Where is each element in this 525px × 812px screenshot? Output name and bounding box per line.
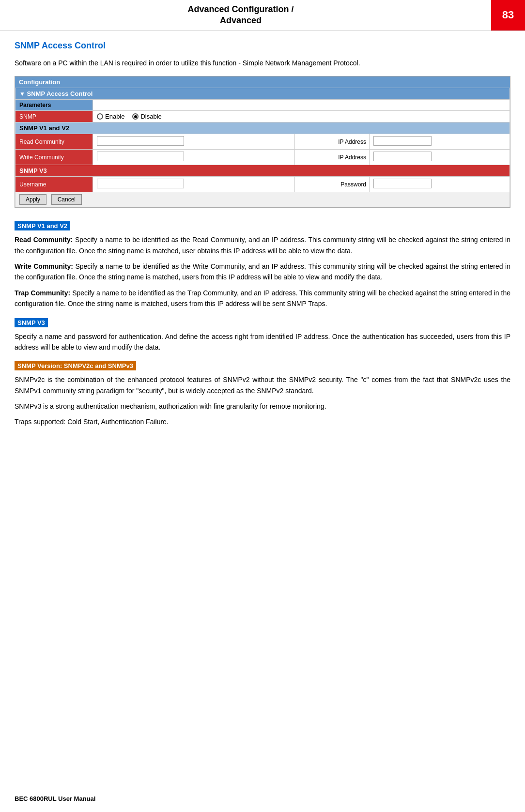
snmp-enable-radio[interactable] bbox=[97, 113, 103, 120]
snmp-disable-option[interactable]: Disable bbox=[132, 113, 161, 120]
snmp-enable-option[interactable]: Enable bbox=[97, 113, 124, 120]
header-title: Advanced Configuration / Advanced bbox=[0, 0, 491, 31]
snmpv3-subsection-row: SNMP V3 bbox=[15, 165, 510, 177]
cancel-button[interactable]: Cancel bbox=[51, 194, 82, 205]
snmp-section-row: ▼ SNMP Access Control bbox=[15, 88, 510, 100]
read-community-input[interactable] bbox=[97, 136, 184, 146]
snmpv3-label: SNMP V3 bbox=[15, 165, 510, 177]
write-community-desc: Write Community: Specify a name to be id… bbox=[15, 261, 510, 283]
write-community-label: Write Community bbox=[15, 150, 93, 165]
btn-row: Apply Cancel bbox=[15, 192, 510, 207]
version-heading: SNMP Version: SNMPV2c and SNMPv3 bbox=[15, 361, 136, 370]
config-box: Configuration ▼ SNMP Access Control Para… bbox=[15, 76, 510, 208]
read-community-label: Read Community bbox=[15, 134, 93, 150]
footer-text: BEC 6800RUL User Manual bbox=[15, 795, 95, 802]
snmp-enable-label: Enable bbox=[105, 113, 124, 120]
read-ip-label: IP Address bbox=[338, 138, 366, 145]
footer: BEC 6800RUL User Manual bbox=[15, 795, 95, 802]
read-ip-input[interactable] bbox=[373, 136, 432, 146]
config-box-header: Configuration bbox=[15, 77, 510, 88]
password-input[interactable] bbox=[373, 179, 432, 188]
snmp-disable-radio[interactable] bbox=[132, 113, 139, 120]
config-table: ▼ SNMP Access Control Parameters SNMP En… bbox=[15, 88, 510, 207]
v1v2-heading: SNMP V1 and V2 bbox=[15, 221, 70, 230]
snmpv3-p1: SNMPv3 is a strong authentication mechan… bbox=[15, 401, 510, 412]
snmp-section-label: ▼ SNMP Access Control bbox=[15, 88, 510, 100]
read-community-term: Read Community: bbox=[15, 236, 73, 244]
write-community-row: Write Community IP Address bbox=[15, 150, 510, 165]
v3-heading: SNMP V3 bbox=[15, 318, 48, 327]
write-ip-label: IP Address bbox=[338, 154, 366, 161]
trap-community-desc: Trap Community: Specify a name to be ide… bbox=[15, 288, 510, 309]
read-community-row: Read Community IP Address bbox=[15, 134, 510, 150]
username-label: Username bbox=[15, 177, 93, 192]
parameters-row: Parameters bbox=[15, 100, 510, 111]
apply-button[interactable]: Apply bbox=[19, 194, 46, 205]
main-content: SNMP Access Control Software on a PC wit… bbox=[0, 31, 525, 447]
snmpv3-desc: Specify a name and password for authenti… bbox=[15, 331, 510, 353]
snmp-label: SNMP bbox=[15, 111, 93, 123]
trap-community-term: Trap Community: bbox=[15, 289, 70, 297]
read-community-desc: Read Community: Specify a name to be ide… bbox=[15, 234, 510, 256]
parameters-label: Parameters bbox=[15, 100, 93, 111]
snmpv1v2-subsection-row: SNMP V1 and V2 bbox=[15, 123, 510, 134]
username-input[interactable] bbox=[97, 179, 184, 188]
section-title: SNMP Access Control bbox=[15, 41, 510, 51]
header-title-line2: Advanced bbox=[220, 15, 262, 25]
snmp-radio-group: Enable Disable bbox=[97, 113, 506, 120]
write-community-term: Write Community: bbox=[15, 262, 73, 270]
header-title-line1: Advanced Configuration / bbox=[187, 4, 293, 14]
write-community-input[interactable] bbox=[97, 152, 184, 161]
intro-text: Software on a PC within the LAN is requi… bbox=[15, 58, 510, 68]
page-number: 83 bbox=[491, 0, 525, 31]
snmp-row: SNMP Enable Disable bbox=[15, 111, 510, 123]
username-row: Username Password bbox=[15, 177, 510, 192]
write-ip-input[interactable] bbox=[373, 152, 432, 161]
page-header: Advanced Configuration / Advanced 83 bbox=[0, 0, 525, 31]
snmpv1v2-label: SNMP V1 and V2 bbox=[15, 123, 510, 134]
snmp-disable-label: Disable bbox=[140, 113, 161, 120]
password-label: Password bbox=[340, 181, 366, 188]
traps-desc: Traps supported: Cold Start, Authenticat… bbox=[15, 416, 510, 427]
snmpv2c-desc: SNMPv2c is the combination of the enhanc… bbox=[15, 374, 510, 396]
